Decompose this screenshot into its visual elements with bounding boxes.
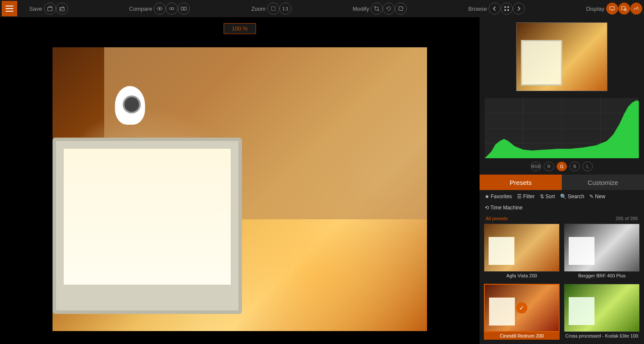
preset-thumbnail <box>484 224 560 272</box>
split-icon <box>169 6 175 12</box>
display-image-button[interactable] <box>606 3 618 15</box>
menu-button[interactable] <box>2 1 17 16</box>
hist-r-button[interactable]: R <box>544 162 554 171</box>
histogram-curve-icon <box>485 98 639 158</box>
save-as-button[interactable] <box>56 3 68 15</box>
navigator-thumbnail[interactable] <box>516 22 607 91</box>
rotate-button[interactable] <box>383 3 395 15</box>
clock-icon: ⟲ <box>485 205 489 211</box>
histogram-panel[interactable] <box>485 98 639 158</box>
svg-rect-14 <box>610 7 615 10</box>
compare-split-button[interactable] <box>166 3 178 15</box>
display-histogram-button[interactable] <box>630 3 642 15</box>
preset-name: Agfa Vista 200 <box>484 272 560 280</box>
svg-point-5 <box>172 7 174 9</box>
save-button[interactable] <box>44 3 56 15</box>
histogram-icon <box>633 6 639 12</box>
preset-item[interactable]: Cinestill Redrum 200 <box>484 284 560 340</box>
grid-icon <box>504 6 510 12</box>
svg-rect-11 <box>508 6 509 8</box>
arrow-right-icon <box>516 6 522 12</box>
search-icon: 🔍 <box>560 194 567 200</box>
compare-label: Compare <box>129 6 152 12</box>
svg-rect-15 <box>622 7 625 10</box>
filter-time-machine[interactable]: ⟲Time Machine <box>485 205 523 211</box>
filter-favorites[interactable]: ★Favorites <box>485 194 512 200</box>
histogram-channels: RGB R G B L <box>480 162 644 171</box>
hist-rgb-button[interactable]: RGB <box>531 162 541 171</box>
svg-rect-7 <box>184 7 186 10</box>
svg-rect-13 <box>508 9 509 11</box>
svg-rect-8 <box>272 7 276 11</box>
straighten-button[interactable] <box>395 3 407 15</box>
preset-thumbnail <box>564 224 640 272</box>
compare-single-button[interactable] <box>154 3 166 15</box>
hist-g-button[interactable]: G <box>557 162 567 171</box>
svg-rect-6 <box>181 7 183 10</box>
sidebar-tabs: Presets Customize <box>480 175 644 190</box>
browse-label: Browse <box>468 6 487 12</box>
browse-grid-button[interactable] <box>501 3 513 15</box>
monitor-icon <box>609 6 615 12</box>
all-presets-label: All presets <box>486 216 508 221</box>
preset-count: 285 of 285 <box>616 216 638 221</box>
right-sidebar: RGB R G B L Presets Customize ★Favorites… <box>480 17 644 344</box>
filter-search[interactable]: 🔍Search <box>560 194 584 200</box>
one-to-one-icon: 1:1 <box>282 6 288 11</box>
browse-prev-button[interactable] <box>489 3 501 15</box>
arrow-left-icon <box>492 6 498 12</box>
image-canvas[interactable]: 100 % <box>0 17 480 344</box>
preset-thumbnail <box>564 284 640 332</box>
eye-icon <box>157 6 163 12</box>
side-by-side-icon <box>181 6 187 12</box>
preset-item[interactable]: Cross processed - Kodak Elite 100 <box>564 284 640 340</box>
crop-button[interactable] <box>371 3 383 15</box>
browse-next-button[interactable] <box>513 3 525 15</box>
save-icon <box>47 6 53 12</box>
preset-item[interactable]: Agfa Vista 200 <box>484 224 560 280</box>
preset-name: Cross processed - Kodak Elite 100 <box>564 332 640 340</box>
preset-item[interactable]: Bergger BRF 400 Plus <box>564 224 640 280</box>
straighten-icon <box>398 6 404 12</box>
tab-customize[interactable]: Customize <box>562 175 644 190</box>
filter-filter[interactable]: ☰Filter <box>517 194 535 200</box>
modify-label: Modify <box>353 6 369 12</box>
zoom-fit-button[interactable] <box>267 3 279 15</box>
preset-name: Cinestill Redrum 200 <box>484 332 560 340</box>
zoom-indicator: 100 % <box>224 23 256 34</box>
star-icon: ★ <box>485 194 489 200</box>
svg-rect-10 <box>505 6 506 8</box>
zoom-label: Zoom <box>251 6 266 12</box>
presets-grid[interactable]: Agfa Vista 200Bergger BRF 400 PlusCinest… <box>480 224 644 344</box>
tab-presets[interactable]: Presets <box>480 175 562 190</box>
preset-name: Bergger BRF 400 Plus <box>564 272 640 280</box>
rotate-icon <box>386 6 392 12</box>
svg-rect-12 <box>505 9 506 11</box>
svg-rect-0 <box>47 7 52 11</box>
compare-side-button[interactable] <box>178 3 190 15</box>
main-photo <box>53 47 427 331</box>
preset-filter-bar: ★Favorites ☰Filter ⇅Sort 🔍Search ✎New ⟲T… <box>480 190 644 214</box>
zoom-1to1-button[interactable]: 1:1 <box>279 3 291 15</box>
filter-new[interactable]: ✎New <box>589 194 605 200</box>
save-label: Save <box>29 6 42 12</box>
preset-count-row: All presets 285 of 285 <box>480 214 644 224</box>
list-icon: ☰ <box>517 194 522 200</box>
sort-icon: ⇅ <box>540 194 544 200</box>
filter-sort[interactable]: ⇅Sort <box>540 194 555 200</box>
hist-b-button[interactable]: B <box>570 162 580 171</box>
svg-point-3 <box>159 8 161 9</box>
preset-thumbnail <box>484 284 560 332</box>
svg-point-4 <box>170 7 172 9</box>
display-navigator-button[interactable] <box>618 3 630 15</box>
magnifier-image-icon <box>621 6 627 12</box>
crop-icon <box>374 6 380 12</box>
svg-rect-9 <box>399 6 403 11</box>
hist-l-button[interactable]: L <box>582 162 593 171</box>
save-as-icon <box>59 6 65 12</box>
fit-icon <box>270 6 276 12</box>
top-toolbar: Save Compare Zoom 1:1 Modify Browse Disp… <box>0 0 644 17</box>
display-label: Display <box>586 6 604 12</box>
new-icon: ✎ <box>589 194 594 200</box>
